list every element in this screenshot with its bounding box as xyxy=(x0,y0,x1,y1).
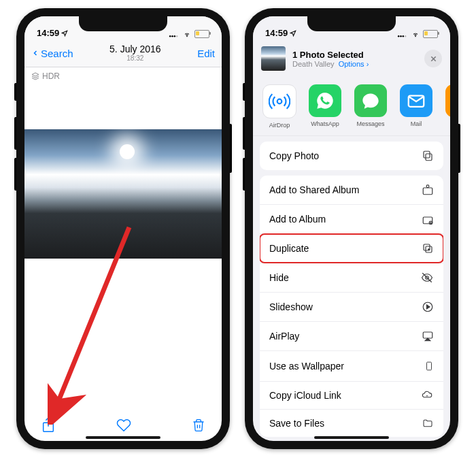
svg-rect-19 xyxy=(423,188,432,195)
share-sheet-header: 1 Photo Selected Death Valley Options › xyxy=(253,39,450,75)
wifi-icon xyxy=(182,31,192,37)
favorite-button[interactable] xyxy=(116,418,132,436)
apps-row[interactable]: AirDrop WhatsApp Messages xyxy=(253,75,450,136)
svg-point-20 xyxy=(426,185,429,188)
close-button[interactable] xyxy=(424,50,442,67)
heart-icon xyxy=(116,418,132,433)
svg-point-9 xyxy=(400,35,402,37)
svg-point-1 xyxy=(171,35,173,37)
action-label: Hide xyxy=(269,272,289,283)
back-button[interactable]: Search xyxy=(31,47,73,59)
location-arrow-icon xyxy=(61,30,68,37)
photo-content xyxy=(24,129,222,259)
battery-icon xyxy=(194,30,209,38)
phones-container: 14:59 Search 5. July 2016 18:32 xyxy=(0,0,476,457)
signal-icon xyxy=(169,31,180,37)
svg-point-8 xyxy=(398,35,400,37)
close-icon xyxy=(430,55,437,63)
phone-left: 14:59 Search 5. July 2016 18:32 xyxy=(16,8,230,449)
action-copy-photo[interactable]: Copy Photo xyxy=(260,142,443,170)
action-label: Duplicate xyxy=(269,243,309,254)
location-arrow-icon xyxy=(290,30,296,37)
home-indicator xyxy=(86,436,160,439)
svg-marker-32 xyxy=(427,305,430,309)
copy-icon xyxy=(422,150,434,162)
bottom-toolbar xyxy=(24,416,222,437)
svg-point-12 xyxy=(415,36,416,37)
cloud-link-icon xyxy=(420,390,434,401)
action-label: Add to Shared Album xyxy=(269,184,359,195)
action-airplay[interactable]: AirPlay xyxy=(260,322,443,351)
action-add-shared-album[interactable]: Add to Shared Album xyxy=(260,176,443,205)
home-indicator xyxy=(314,436,389,439)
app-airdrop[interactable]: AirDrop xyxy=(261,84,298,129)
nav-title-date: 5. July 2016 xyxy=(109,44,161,54)
svg-marker-5 xyxy=(32,73,39,76)
whatsapp-icon xyxy=(309,84,341,117)
options-button[interactable]: Options › xyxy=(339,60,369,68)
screen-left: 14:59 Search 5. July 2016 18:32 xyxy=(24,16,222,441)
svg-rect-35 xyxy=(427,362,432,370)
svg-point-4 xyxy=(187,36,188,37)
action-label: Use as Wallpaper xyxy=(269,361,344,372)
airplay-icon xyxy=(422,330,434,342)
action-label: Add to Album xyxy=(269,214,326,225)
app-label: AirDrop xyxy=(261,122,298,129)
app-label: Messages xyxy=(352,120,389,127)
back-label: Search xyxy=(41,48,73,59)
hdr-label: HDR xyxy=(42,71,60,81)
nav-bar: Search 5. July 2016 18:32 Edit xyxy=(24,39,222,67)
folder-icon xyxy=(422,418,434,429)
svg-point-11 xyxy=(405,35,407,37)
action-icloud-link[interactable]: Copy iCloud Link xyxy=(260,382,443,410)
share-icon xyxy=(41,416,56,434)
app-label: Mail xyxy=(398,120,435,127)
svg-point-2 xyxy=(174,35,176,37)
action-slideshow[interactable]: Slideshow xyxy=(260,293,443,322)
action-label: Copy Photo xyxy=(269,150,319,161)
action-label: AirPlay xyxy=(269,331,299,342)
svg-point-0 xyxy=(169,35,171,37)
selection-subtitle: Death Valley Options › xyxy=(292,60,369,68)
battery-icon xyxy=(423,30,438,38)
svg-point-10 xyxy=(403,35,405,37)
share-button[interactable] xyxy=(41,416,56,437)
hide-icon xyxy=(420,272,434,284)
album-icon xyxy=(422,213,434,225)
mail-icon xyxy=(400,84,432,117)
signal-icon xyxy=(397,31,408,37)
trash-icon xyxy=(192,417,205,433)
action-hide[interactable]: Hide xyxy=(260,263,443,293)
app-messages[interactable]: Messages xyxy=(352,84,389,127)
action-add-album[interactable]: Add to Album xyxy=(260,205,443,234)
action-save-files[interactable]: Save to Files xyxy=(260,410,443,437)
airdrop-icon xyxy=(262,84,296,118)
selection-title: 1 Photo Selected xyxy=(292,50,369,60)
phone-icon xyxy=(424,359,434,373)
app-label: WhatsApp xyxy=(307,120,343,127)
selection-location: Death Valley xyxy=(292,60,335,68)
chevron-left-icon xyxy=(31,47,39,59)
action-label: Copy iCloud Link xyxy=(269,390,341,401)
messages-icon xyxy=(354,84,387,117)
photo-viewer[interactable] xyxy=(24,85,222,303)
svg-point-3 xyxy=(176,35,178,37)
edit-button[interactable]: Edit xyxy=(197,48,215,59)
duplicate-icon xyxy=(422,242,434,254)
delete-button[interactable] xyxy=(192,417,205,436)
svg-point-15 xyxy=(277,99,282,104)
app-mail[interactable]: Mail xyxy=(398,84,435,127)
wifi-icon xyxy=(411,31,420,37)
app-more[interactable] xyxy=(443,84,450,120)
action-duplicate[interactable]: Duplicate xyxy=(260,234,443,263)
shared-album-icon xyxy=(422,184,434,196)
action-wallpaper[interactable]: Use as Wallpaper xyxy=(260,351,443,382)
action-label: Slideshow xyxy=(269,301,313,312)
app-whatsapp[interactable]: WhatsApp xyxy=(307,84,343,127)
nav-title: 5. July 2016 18:32 xyxy=(109,44,161,62)
svg-rect-18 xyxy=(424,151,430,158)
svg-rect-33 xyxy=(423,332,432,338)
svg-rect-17 xyxy=(426,154,432,161)
hdr-badge: HDR xyxy=(24,67,222,85)
screen-right: 14:59 1 Photo Selected Death Valley Opti… xyxy=(253,16,450,441)
